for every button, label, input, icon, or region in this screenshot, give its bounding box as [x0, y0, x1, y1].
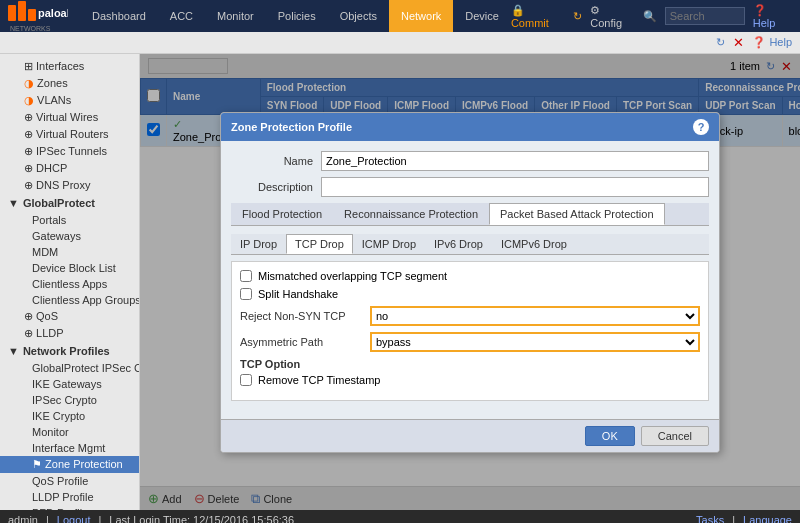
- nav-tab-policies[interactable]: Policies: [266, 0, 328, 32]
- help-button[interactable]: ❓ Help: [753, 4, 792, 29]
- split-handshake-label: Split Handshake: [258, 288, 338, 300]
- search-input[interactable]: [665, 7, 745, 25]
- description-input[interactable]: [321, 177, 709, 197]
- asymmetric-row: Asymmetric Path bypass drop global: [240, 332, 700, 352]
- checkbox-mismatch-row: Mismatched overlapping TCP segment: [240, 270, 700, 282]
- inner-tab-tcp-drop[interactable]: TCP Drop: [286, 234, 353, 254]
- logo: paloalto NETWORKS: [8, 1, 68, 32]
- remove-timestamp-checkbox[interactable]: [240, 374, 252, 386]
- refresh-nav-icon[interactable]: ↻: [573, 10, 582, 23]
- sidebar-item-qos[interactable]: ⊕ QoS: [0, 308, 139, 325]
- refresh-icon[interactable]: ↻: [716, 36, 725, 49]
- checkbox-split-row: Split Handshake: [240, 288, 700, 300]
- language-link[interactable]: Language: [743, 514, 792, 524]
- mismatch-checkbox[interactable]: [240, 270, 252, 282]
- sidebar-item-zones[interactable]: ◑ Zones: [0, 75, 139, 92]
- sidebar-item-ipsec-tunnels[interactable]: ⊕ IPSec Tunnels: [0, 143, 139, 160]
- inner-tab-ipv6-drop[interactable]: IPv6 Drop: [425, 234, 492, 254]
- inner-tab-ip-drop[interactable]: IP Drop: [231, 234, 286, 254]
- sidebar: ⊞ Interfaces ◑ Zones ◑ VLANs ⊕ Virtual W…: [0, 54, 140, 510]
- name-row: Name: [231, 151, 709, 171]
- last-login: Last Login Time: 12/15/2016 15:56:36: [109, 514, 294, 524]
- sidebar-item-clientless-apps[interactable]: Clientless Apps: [0, 276, 139, 292]
- sidebar-item-vlans[interactable]: ◑ VLANs: [0, 92, 139, 109]
- nav-tab-device[interactable]: Device: [453, 0, 511, 32]
- sidebar-item-dhcp[interactable]: ⊕ DHCP: [0, 160, 139, 177]
- ok-button[interactable]: OK: [585, 426, 635, 446]
- sidebar-item-dns-proxy[interactable]: ⊕ DNS Proxy: [0, 177, 139, 194]
- nav-tab-acc[interactable]: ACC: [158, 0, 205, 32]
- search-nav-icon: 🔍: [643, 10, 657, 23]
- sidebar-item-gateways[interactable]: Gateways: [0, 228, 139, 244]
- sidebar-item-virtual-routers[interactable]: ⊕ Virtual Routers: [0, 126, 139, 143]
- sidebar-item-monitor[interactable]: Monitor: [0, 424, 139, 440]
- content-area: 1 item ↻ ✕ Name Flood Protection Reconna…: [140, 54, 800, 510]
- sidebar-item-qos-profile[interactable]: QoS Profile: [0, 473, 139, 489]
- sidebar-item-clientless-app-groups[interactable]: Clientless App Groups: [0, 292, 139, 308]
- sidebar-section-globalprotect[interactable]: ▼ GlobalProtect: [0, 194, 139, 212]
- reject-label: Reject Non-SYN TCP: [240, 310, 370, 322]
- status-bar: admin | Logout | Last Login Time: 12/15/…: [0, 510, 800, 523]
- sidebar-section-network-profiles[interactable]: ▼ Network Profiles: [0, 342, 139, 360]
- remove-timestamp-row: Remove TCP Timestamp: [240, 374, 700, 386]
- name-input[interactable]: [321, 151, 709, 171]
- cancel-button[interactable]: Cancel: [641, 426, 709, 446]
- sidebar-item-lldp[interactable]: ⊕ LLDP: [0, 325, 139, 342]
- split-handshake-checkbox[interactable]: [240, 288, 252, 300]
- status-separator: |: [46, 514, 49, 524]
- svg-rect-0: [8, 5, 16, 21]
- status-separator3: |: [732, 514, 735, 524]
- sidebar-item-portals[interactable]: Portals: [0, 212, 139, 228]
- nav-tab-monitor[interactable]: Monitor: [205, 0, 266, 32]
- sidebar-item-zone-protection[interactable]: ⚑ Zone Protection: [0, 456, 139, 473]
- dialog-body: Name Description Flood Protection Reconn…: [221, 141, 719, 419]
- sidebar-item-virtual-wires[interactable]: ⊕ Virtual Wires: [0, 109, 139, 126]
- sidebar-item-bfd-profile[interactable]: BFD Profile: [0, 505, 139, 510]
- help-icon[interactable]: ❓ Help: [752, 36, 792, 49]
- logout-link[interactable]: Logout: [57, 514, 91, 524]
- reject-row: Reject Non-SYN TCP no yes: [240, 306, 700, 326]
- nav-right: 🔒 Commit ↻ ⚙ Config 🔍 ❓ Help: [511, 4, 792, 29]
- status-separator2: |: [98, 514, 101, 524]
- dialog-footer: OK Cancel: [221, 419, 719, 452]
- dialog-title: Zone Protection Profile: [231, 121, 352, 133]
- top-nav: paloalto NETWORKS Dashboard ACC Monitor …: [0, 0, 800, 32]
- tcp-option-title: TCP Option: [240, 358, 700, 370]
- sidebar-item-gp-ipsec-crypto[interactable]: GlobalProtect IPSec Crypto: [0, 360, 139, 376]
- status-left: admin | Logout | Last Login Time: 12/15/…: [8, 514, 294, 524]
- tab-recon-protection[interactable]: Reconnaissance Protection: [333, 203, 489, 225]
- sidebar-item-ike-gateways[interactable]: IKE Gateways: [0, 376, 139, 392]
- tasks-link[interactable]: Tasks: [696, 514, 724, 524]
- nav-tabs: Dashboard ACC Monitor Policies Objects N…: [80, 0, 511, 32]
- sidebar-item-interfaces[interactable]: ⊞ Interfaces: [0, 58, 139, 75]
- sidebar-item-mdm[interactable]: MDM: [0, 244, 139, 260]
- dialog-overlay: Zone Protection Profile ? Name Descripti…: [140, 54, 800, 510]
- sidebar-item-interface-mgmt[interactable]: Interface Mgmt: [0, 440, 139, 456]
- tab-packet-attack[interactable]: Packet Based Attack Protection: [489, 203, 664, 225]
- sidebar-item-lldp-profile[interactable]: LLDP Profile: [0, 489, 139, 505]
- nav-tab-dashboard[interactable]: Dashboard: [80, 0, 158, 32]
- status-user: admin: [8, 514, 38, 524]
- tab-flood-protection[interactable]: Flood Protection: [231, 203, 333, 225]
- name-label: Name: [231, 155, 321, 167]
- description-row: Description: [231, 177, 709, 197]
- dialog-help-icon[interactable]: ?: [693, 119, 709, 135]
- sidebar-item-device-block-list[interactable]: Device Block List: [0, 260, 139, 276]
- panel-content: Mismatched overlapping TCP segment Split…: [231, 261, 709, 401]
- config-button[interactable]: ⚙ Config: [590, 4, 634, 29]
- commit-button[interactable]: 🔒 Commit: [511, 4, 565, 29]
- nav-tab-objects[interactable]: Objects: [328, 0, 389, 32]
- inner-tabs: IP Drop TCP Drop ICMP Drop IPv6 Drop ICM…: [231, 234, 709, 255]
- desc-label: Description: [231, 181, 321, 193]
- svg-rect-2: [28, 9, 36, 21]
- close-icon[interactable]: ✕: [733, 35, 744, 50]
- nav-tab-network[interactable]: Network: [389, 0, 453, 32]
- inner-tab-icmp-drop[interactable]: ICMP Drop: [353, 234, 425, 254]
- remove-timestamp-label: Remove TCP Timestamp: [258, 374, 380, 386]
- reject-select[interactable]: no yes: [370, 306, 700, 326]
- sidebar-item-ipsec-crypto[interactable]: IPSec Crypto: [0, 392, 139, 408]
- asymmetric-select[interactable]: bypass drop global: [370, 332, 700, 352]
- mismatch-label: Mismatched overlapping TCP segment: [258, 270, 447, 282]
- sidebar-item-ike-crypto[interactable]: IKE Crypto: [0, 408, 139, 424]
- inner-tab-icmpv6-drop[interactable]: ICMPv6 Drop: [492, 234, 576, 254]
